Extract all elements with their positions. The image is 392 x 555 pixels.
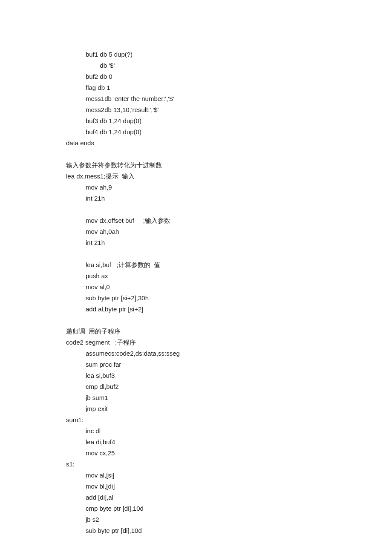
code-line: lea si,buf3 (66, 370, 392, 381)
code-line: data ends (66, 138, 392, 149)
code-line: mov dx,offset buf ;输入参数 (66, 215, 392, 226)
code-line: mov al,0 (66, 282, 392, 293)
code-line: mov al,[si] (66, 470, 392, 481)
code-line: sub byte ptr [si+2],30h (66, 293, 392, 304)
code-line: buf1 db 5 dup(?) (66, 49, 392, 60)
code-line: jmp exit (66, 403, 392, 414)
code-line: int 21h (66, 237, 392, 248)
code-line: cmp dl,buf2 (66, 381, 392, 392)
code-line: flag db 1 (66, 82, 392, 93)
code-line: mov bl,[di] (66, 481, 392, 492)
blank-line (66, 315, 392, 326)
section-heading: 递归调 用的子程序 (66, 326, 392, 337)
section-heading: 输入参数并将参数转化为十进制数 (66, 160, 392, 171)
code-line: cmp byte ptr [di],10d (66, 503, 392, 514)
code-line: assumecs:code2,ds:data,ss:sseg (66, 348, 392, 359)
blank-line (66, 248, 392, 259)
blank-line (66, 149, 392, 160)
code-line: lea dx,mess1;提示 输入 (66, 171, 392, 182)
code-line: inc dl (66, 426, 392, 437)
code-line: mess2db 13,10,'result:','$' (66, 104, 392, 115)
code-line: mov cx,25 (66, 448, 392, 459)
code-line: buf3 db 1,24 dup(0) (66, 115, 392, 127)
code-label: sum1: (66, 414, 392, 426)
code-line: lea di,buf4 (66, 437, 392, 448)
code-line: mov ah,0ah (66, 226, 392, 237)
code-line: mov ah,9 (66, 182, 392, 193)
code-line: mess1db 'enter the number:','$' (66, 93, 392, 104)
code-line: add [di],al (66, 492, 392, 503)
code-line: code2 segment ;子程序 (66, 337, 392, 348)
code-line: buf4 db 1,24 dup(0) (66, 127, 392, 138)
code-line: db '$' (66, 60, 392, 71)
code-line: push ax (66, 270, 392, 282)
code-line: int 21h (66, 193, 392, 204)
code-line: add al,byte ptr [si+2] (66, 304, 392, 315)
code-line: jb sum1 (66, 392, 392, 403)
code-line: sum proc far (66, 359, 392, 370)
code-line: sub byte ptr [di],10d (66, 525, 392, 536)
code-line: lea si,buf ;计算参数的 值 (66, 259, 392, 270)
code-line: buf2 db 0 (66, 71, 392, 82)
code-label: s1: (66, 459, 392, 470)
code-line: jb s2 (66, 514, 392, 525)
blank-line (66, 204, 392, 215)
